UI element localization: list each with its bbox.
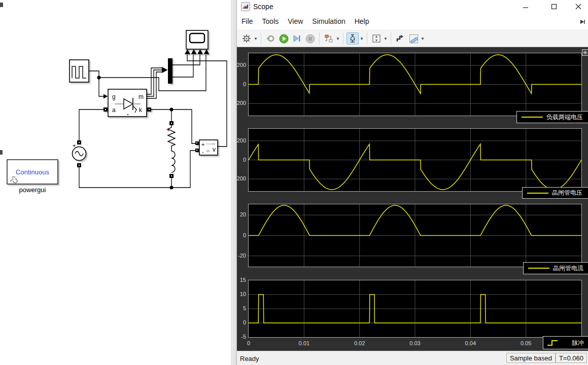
axes-expand-icon[interactable]: ✛ (582, 49, 588, 56)
legend-gate_pulse: 脉冲 (543, 336, 588, 349)
measurements-button[interactable] (407, 32, 420, 45)
legend-line-icon (525, 189, 551, 198)
trigger-button[interactable] (347, 32, 359, 45)
scope-port-2 (191, 49, 197, 54)
axes-scaling-button[interactable] (370, 32, 383, 45)
step-input-button[interactable] (394, 32, 406, 45)
toolbar-separator (367, 32, 367, 45)
demux-input-arrowhead (162, 67, 168, 73)
y-tick-label: -20 (238, 252, 246, 259)
demux-block[interactable] (168, 58, 172, 84)
ac-voltage-source-block[interactable]: + (73, 140, 86, 167)
signal-configuration-caret[interactable]: ▼ (335, 32, 340, 45)
measurements-caret[interactable]: ▼ (420, 32, 425, 45)
close-icon (575, 4, 581, 10)
port-label-m: m (139, 93, 144, 100)
pulse-generator-block[interactable] (70, 60, 89, 82)
scope-port-4 (204, 49, 210, 54)
gate-arrowhead (103, 94, 108, 99)
trigger-dropdown-caret[interactable]: ▼ (359, 32, 364, 45)
y-tick-label: 10 (240, 291, 246, 297)
x-tick-label: 0.03 (408, 340, 422, 346)
canvas-edge-mark (0, 3, 3, 7)
menu-item-simulation[interactable]: Simulation (307, 13, 350, 25)
wire-bundle-2 (147, 70, 162, 96)
wire-anode-to-source (79, 110, 104, 140)
y-tick-label: 200 (237, 137, 246, 143)
legend-label: 晶闸管电流 (553, 264, 583, 273)
powergui-mode-text: Continuous (16, 168, 49, 176)
scope-axes-2 (248, 128, 582, 192)
vmeas-minus-label: - (202, 149, 204, 155)
statusbar: Ready Sample based T=0.060 (237, 351, 588, 365)
menubar: FileToolsViewSimulationHelp (237, 13, 588, 30)
voltage-measurement-block[interactable]: + - v (195, 140, 218, 155)
legend-label: 负载两端电压 (546, 113, 583, 122)
trigger-icon (348, 34, 357, 43)
settings-gear-button[interactable] (240, 32, 253, 45)
source-plus-sign: + (73, 142, 76, 149)
screen: g a m k (0, 0, 588, 365)
legend-line-icon (526, 264, 552, 273)
window-title: Scope (253, 3, 273, 11)
x-tick-label: 0.02 (353, 340, 367, 346)
maximize-button[interactable] (546, 1, 562, 12)
toolbar-separator (319, 32, 320, 45)
stop-button[interactable] (304, 32, 316, 45)
powergui-block[interactable]: Continuous (7, 160, 58, 184)
settings-dropdown-caret[interactable]: ▼ (253, 32, 258, 45)
signal-configuration-button[interactable] (323, 32, 335, 45)
menu-item-file[interactable]: File (237, 13, 258, 25)
port-label-g: g (112, 93, 116, 100)
minimize-button[interactable] (518, 1, 533, 12)
legend-label: 脉冲 (572, 339, 584, 347)
y-tick-label: 5 (243, 305, 246, 311)
toolbar-separator (391, 32, 391, 45)
restore-defaults-button[interactable] (264, 32, 276, 45)
wire-junction-dot (170, 108, 174, 112)
wire-demux1-to-scope3 (172, 55, 200, 65)
menu-item-tools[interactable]: Tools (258, 13, 284, 25)
toolbar-overflow-icon[interactable] (580, 19, 586, 24)
port-label-k: k (139, 106, 143, 114)
status-sim-time: T=0.060 (556, 353, 587, 363)
wire-cathode-rail (151, 110, 196, 143)
y-tick-label: -5 (241, 334, 246, 340)
y-tick-label: 200 (237, 62, 246, 68)
step-forward-button[interactable] (291, 32, 303, 45)
step-arrow-icon (396, 34, 405, 43)
scope-plot-canvas: 2000-200负载两端电压2000-200晶闸管电压200-20晶闸管电流15… (237, 47, 588, 351)
simulink-model-canvas[interactable]: g a m k (0, 0, 231, 365)
axes-scaling-icon (372, 34, 381, 43)
maximize-icon (551, 4, 557, 10)
signal-blocks-icon (324, 34, 333, 43)
y-tick-label: 0 (243, 81, 246, 87)
powergui-block-label: powergui (19, 186, 46, 194)
axes-scaling-caret[interactable]: ▼ (383, 32, 388, 45)
toolbar-separator (343, 32, 343, 45)
inductor-icon (171, 151, 175, 172)
titlebar[interactable]: Scope (237, 0, 588, 13)
step-forward-icon (292, 34, 301, 43)
menu-item-view[interactable]: View (283, 13, 307, 25)
scope-block[interactable] (185, 30, 210, 54)
scope-axes-3 (248, 204, 582, 267)
legend-step-icon (545, 338, 563, 347)
legend-thyristor_voltage: 晶闸管电压 (522, 187, 588, 199)
scope-window: Scope FileToolsViewSimulationHelp (236, 0, 588, 365)
gear-back-arrow-icon (266, 34, 275, 43)
menu-item-help[interactable]: Help (350, 13, 374, 25)
rlc-branch-block[interactable]: + (166, 121, 175, 178)
vmeas-plus-label: + (201, 141, 204, 148)
y-tick-label: 0 (243, 319, 246, 325)
toolbar-separator (261, 32, 261, 45)
scope-screen-icon (190, 33, 204, 43)
thyristor-block[interactable]: g a m k (103, 89, 151, 117)
stop-icon (305, 34, 315, 44)
close-button[interactable] (571, 1, 586, 12)
signal-wires (79, 55, 227, 188)
port-label-a: a (112, 106, 116, 114)
run-button[interactable] (278, 32, 290, 45)
x-tick-label: 0.04 (463, 340, 477, 346)
wire-junction-dot (97, 76, 101, 80)
